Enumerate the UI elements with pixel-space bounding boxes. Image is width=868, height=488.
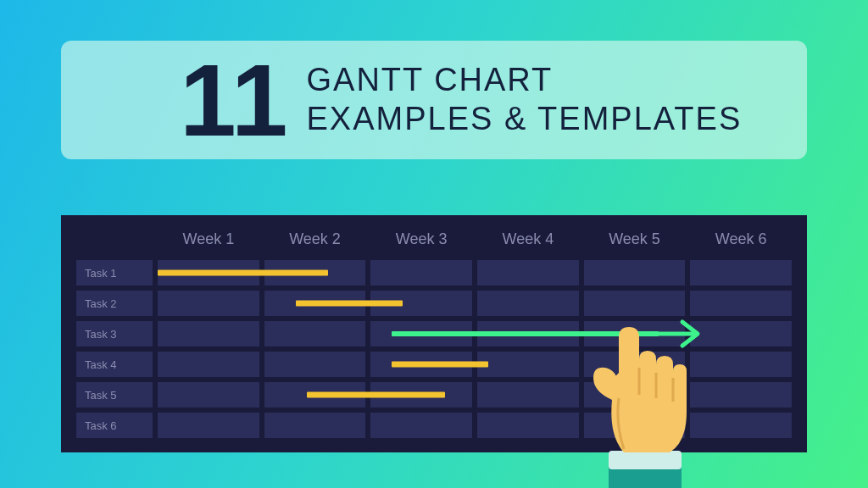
- gantt-cell: [370, 413, 472, 438]
- gantt-cell: [477, 382, 579, 408]
- gantt-bar-active: [392, 331, 658, 336]
- arrow-right-icon: [657, 317, 703, 351]
- gantt-header: Week 1 Week 2 Week 3 Week 4 Week 5 Week …: [76, 227, 792, 252]
- gantt-cell: [584, 382, 686, 408]
- gantt-cell: [477, 413, 579, 438]
- col-header: Week 4: [477, 227, 579, 252]
- gantt-cell: [264, 413, 366, 438]
- gantt-cell: [584, 352, 686, 377]
- gantt-row: Task 3: [76, 321, 792, 347]
- gantt-panel: Week 1 Week 2 Week 3 Week 4 Week 5 Week …: [61, 215, 807, 452]
- gantt-cell: [584, 260, 686, 286]
- gantt-cell: [370, 260, 472, 286]
- gantt-bar: [392, 362, 487, 368]
- gantt-cell: [584, 291, 686, 316]
- task-label: Task 5: [76, 382, 153, 408]
- gantt-cell: [477, 260, 579, 286]
- gantt-cell: [690, 413, 792, 438]
- col-header: Week 6: [690, 227, 792, 252]
- gantt-cell: [477, 291, 579, 316]
- gantt-bar: [296, 301, 403, 307]
- task-label: Task 2: [76, 291, 153, 316]
- gantt-cell: [690, 352, 792, 377]
- gantt-cell: [158, 291, 259, 316]
- col-header: Week 2: [264, 227, 366, 252]
- gantt-bar: [158, 270, 328, 276]
- gantt-row: Task 1: [76, 260, 792, 286]
- gantt-cell: [690, 382, 792, 408]
- headline-text: GANTT CHART EXAMPLES & TEMPLATES: [306, 61, 742, 138]
- task-label: Task 4: [76, 352, 153, 377]
- headline-line1: GANTT CHART: [306, 61, 742, 100]
- gantt-cell: [690, 321, 792, 347]
- task-label: Task 3: [76, 321, 153, 347]
- task-label: Task 6: [76, 413, 153, 438]
- gantt-bar: [307, 392, 445, 398]
- svg-rect-2: [609, 451, 682, 469]
- col-header: Week 5: [584, 227, 686, 252]
- gantt-cell: [158, 413, 259, 438]
- col-header: Week 1: [158, 227, 259, 252]
- gantt-cell: [584, 413, 686, 438]
- headline-number: 11: [180, 49, 282, 151]
- gantt-cell: [690, 260, 792, 286]
- gantt-cell: [158, 321, 259, 347]
- col-header: Week 3: [370, 227, 472, 252]
- gantt-cell: [158, 352, 259, 377]
- gantt-row: Task 6: [76, 413, 792, 438]
- gantt-cell: [477, 352, 579, 377]
- gantt-row: Task 2: [76, 291, 792, 316]
- svg-rect-1: [609, 464, 682, 488]
- task-label: Task 1: [76, 260, 153, 286]
- gantt-cell: [264, 352, 366, 377]
- headline-line2: EXAMPLES & TEMPLATES: [306, 100, 742, 139]
- gantt-row: Task 5: [76, 382, 792, 408]
- gantt-cell: [690, 291, 792, 316]
- gantt-row: Task 4: [76, 352, 792, 377]
- title-card: 11 GANTT CHART EXAMPLES & TEMPLATES: [61, 41, 807, 159]
- gantt-cell: [264, 321, 366, 347]
- gantt-cell: [158, 382, 259, 408]
